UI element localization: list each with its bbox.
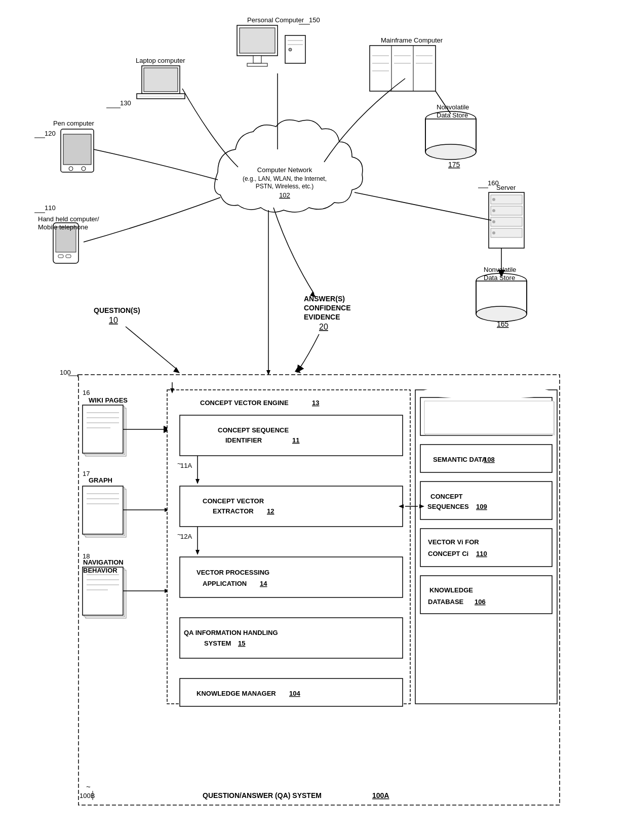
- qa-system-label: QUESTION/ANSWER (QA) SYSTEM: [203, 791, 322, 799]
- graph-label: GRAPH: [89, 476, 112, 484]
- concept-vector-extractor-label1: CONCEPT VECTOR: [203, 497, 264, 505]
- electronic-docs-stack: [424, 401, 555, 435]
- graph-icon: [83, 486, 126, 537]
- handheld-label2: Mobile telephone: [38, 223, 88, 231]
- concept-vector-extractor-ref: 12: [267, 507, 274, 515]
- svg-text:~: ~: [86, 782, 91, 791]
- svg-text:(e.g., LAN, WLAN, the Internet: (e.g., LAN, WLAN, the Internet,: [243, 175, 327, 182]
- vector-vi-ref: 110: [476, 550, 487, 557]
- concept-vector-extractor-label2: EXTRACTOR: [213, 507, 254, 515]
- svg-rect-45: [491, 228, 522, 237]
- concept-vector-engine-ref: 13: [312, 399, 319, 407]
- nonvolatile175-ref: 175: [448, 161, 460, 169]
- svg-rect-8: [63, 134, 91, 165]
- questions-ref: 10: [109, 316, 118, 325]
- qa-info-label1: QA INFORMATION HANDLING: [184, 629, 278, 636]
- svg-point-10: [82, 167, 86, 171]
- questions-label: QUESTION(S): [94, 306, 140, 314]
- nav-behavior-label2: BEHAVIOR: [83, 567, 117, 574]
- diagram-container: Computer Network (e.g., LAN, WLAN, the I…: [0, 0, 628, 840]
- pc-label: Personal Computer: [247, 16, 304, 24]
- svg-rect-3: [144, 68, 178, 92]
- svg-point-46: [492, 198, 495, 201]
- semantic-data-label: SEMANTIC DATA: [433, 456, 487, 463]
- vector-processing-label2: APPLICATION: [203, 580, 247, 587]
- wiki-pages-label: WIKI PAGES: [89, 396, 128, 404]
- ref-100: 100: [60, 369, 71, 376]
- pen-ref: 120: [45, 130, 56, 137]
- svg-rect-68: [83, 405, 123, 453]
- concept-sequences-label2: SEQUENCES: [427, 503, 469, 510]
- server-label: Server: [496, 184, 516, 191]
- svg-point-100: [420, 386, 552, 399]
- nav-behavior-icon: [83, 567, 126, 618]
- svg-rect-77: [83, 486, 123, 534]
- svg-rect-14: [58, 255, 63, 258]
- concept-sequences-ref: 109: [476, 503, 487, 510]
- tilde-11a: ~: [177, 460, 181, 467]
- network-label: Computer Network: [257, 166, 312, 174]
- svg-rect-20: [247, 63, 267, 66]
- concept-seq-id-label2: IDENTIFIER: [225, 436, 262, 444]
- nav-ref: 18: [83, 552, 90, 560]
- svg-rect-21: [285, 35, 305, 63]
- laptop-label: Laptop computer: [136, 57, 185, 64]
- concept-seq-id-label1: CONCEPT SEQUENCE: [218, 426, 289, 434]
- evidence-label: EVIDENCE: [304, 313, 340, 321]
- svg-point-49: [492, 231, 495, 234]
- knowledge-db-label1: KNOWLEDGE: [429, 586, 473, 594]
- concept-sequences-box: [420, 482, 552, 519]
- concept-sequences-label1: CONCEPT: [430, 493, 463, 500]
- vector-processing-label1: VECTOR PROCESSING: [197, 569, 269, 576]
- knowledge-manager-label: KNOWLEDGE MANAGER: [197, 690, 276, 697]
- mainframe-icon: [370, 46, 436, 91]
- pc-ref: 150: [309, 16, 320, 24]
- svg-rect-43: [491, 206, 522, 215]
- pc-icon: [237, 25, 305, 66]
- svg-rect-104: [424, 401, 554, 434]
- wiki-ref: 16: [83, 389, 90, 396]
- answers-label: ANSWER(S): [304, 295, 345, 303]
- handheld-ref: 110: [45, 204, 56, 212]
- pen-computer-icon: [61, 129, 94, 172]
- nonvolatile165-label1: Nonvolatile: [484, 266, 516, 273]
- vector-processing-ref: 14: [260, 580, 267, 587]
- knowledge-db-ref: 106: [475, 598, 486, 606]
- qa-info-ref: 15: [238, 639, 245, 647]
- svg-rect-19: [253, 56, 261, 63]
- svg-rect-26: [370, 46, 436, 91]
- vector-processing-box: [180, 557, 403, 597]
- svg-point-9: [69, 167, 73, 171]
- wiki-pages-icon: [83, 405, 126, 456]
- vector-vi-label2: CONCEPT Ci: [428, 550, 468, 557]
- svg-point-47: [492, 209, 495, 212]
- svg-line-58: [126, 327, 177, 370]
- confidence-label: CONFIDENCE: [304, 304, 351, 312]
- laptop-ref-label: 130: [120, 99, 131, 107]
- qa-info-box: [180, 618, 403, 658]
- handheld-label1: Hand held computer/: [38, 215, 99, 223]
- svg-marker-59: [173, 367, 180, 373]
- svg-rect-18: [240, 28, 275, 53]
- concept-seq-id-box: [180, 415, 403, 456]
- db-cylinder-icon: [420, 386, 552, 399]
- concept-vector-extractor-box: [180, 486, 403, 527]
- main-diagram: Computer Network (e.g., LAN, WLAN, the I…: [0, 0, 628, 840]
- laptop-icon: [137, 66, 185, 99]
- nonvolatile175-label2: Data Store: [437, 111, 468, 119]
- tilde-12a: ~: [177, 531, 181, 538]
- server-icon: [489, 192, 524, 248]
- nonvolatile175-label1: Nonvolatile: [437, 103, 469, 111]
- svg-rect-42: [491, 195, 522, 204]
- pen-computer-label: Pen computer: [53, 119, 95, 127]
- svg-point-38: [425, 144, 476, 159]
- server-ref-num: 160: [488, 179, 499, 187]
- vector-vi-label1: VECTOR Vi FOR: [428, 538, 479, 546]
- network-ref: 102: [279, 191, 290, 199]
- vector-vi-box: [420, 529, 552, 567]
- svg-point-53: [476, 306, 527, 322]
- mainframe-label: Mainframe Computer: [381, 36, 443, 44]
- qa-system-ref: 100A: [372, 791, 389, 799]
- graph-ref: 17: [83, 470, 90, 477]
- knowledge-db-box: [420, 576, 552, 614]
